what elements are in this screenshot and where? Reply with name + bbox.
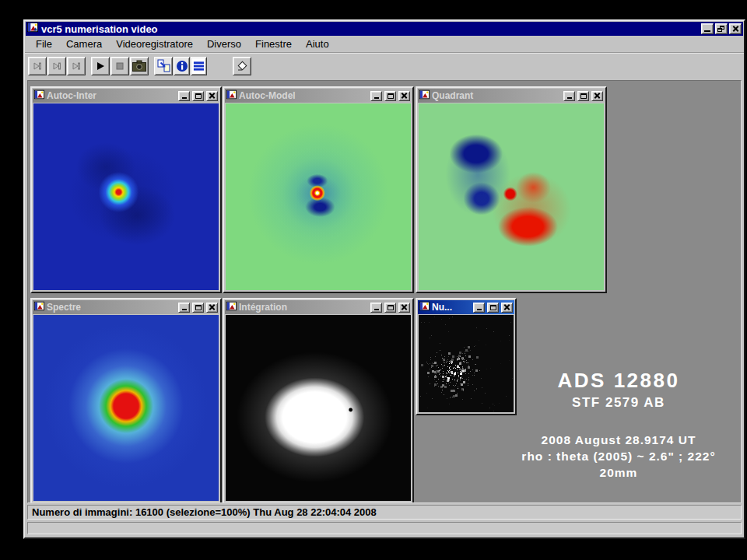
app-window: vcr5 numerisation video File Camera Vide…	[23, 19, 745, 539]
minimize-button[interactable]	[178, 303, 190, 313]
progress-bar	[27, 522, 742, 534]
target-designation: STF 2579 AB	[493, 395, 742, 411]
focal-length: 20mm	[493, 464, 742, 481]
autoc-model-image	[226, 103, 411, 290]
image-icon	[226, 300, 237, 314]
copy-frames-button[interactable]	[154, 57, 173, 75]
minimize-button[interactable]	[370, 91, 382, 101]
autoc-inter-titlebar[interactable]: Autoc-Inter	[33, 89, 219, 103]
maximize-button[interactable]	[384, 91, 396, 101]
image-icon	[226, 89, 237, 103]
close-button[interactable]	[398, 303, 410, 313]
integration-image	[226, 315, 411, 501]
window-title: Quadrant	[432, 90, 561, 101]
camera-snapshot-button[interactable]	[130, 57, 149, 75]
eraser-button[interactable]	[233, 57, 251, 75]
close-button[interactable]	[729, 23, 742, 34]
maximize-button[interactable]	[192, 91, 204, 101]
window-spectre: Spectre	[30, 298, 222, 503]
step-frame-button-2[interactable]	[47, 57, 66, 75]
step-frame-button-1[interactable]	[28, 57, 47, 75]
image-icon	[419, 300, 430, 314]
image-icon	[34, 300, 44, 314]
window-title: Autoc-Inter	[47, 90, 176, 101]
window-autoc-model: Autoc-Model	[223, 86, 414, 293]
maximize-button[interactable]	[384, 303, 396, 313]
annotation-block: ADS 12880 STF 2579 AB 2008 August 28.917…	[493, 369, 742, 481]
restore-button[interactable]	[715, 23, 728, 34]
app-titlebar[interactable]: vcr5 numerisation video	[26, 22, 743, 36]
maximize-button[interactable]	[487, 303, 499, 313]
window-quadrant: Quadrant	[416, 86, 607, 293]
observation-date: 2008 August 28.9174 UT	[493, 432, 742, 448]
menu-diverso[interactable]: Diverso	[200, 37, 248, 51]
minimize-button[interactable]	[563, 91, 575, 101]
window-autoc-inter: Autoc-Inter	[30, 86, 222, 293]
window-integration: Intégration	[223, 298, 414, 503]
menu-videoregistratore[interactable]: Videoregistratore	[109, 37, 200, 51]
list-button[interactable]	[191, 57, 207, 75]
minimize-button[interactable]	[178, 91, 190, 101]
app-title: vcr5 numerisation video	[41, 23, 698, 35]
status-bar: Numero di immagini: 16100 (selezione=100…	[27, 505, 742, 520]
play-button[interactable]	[91, 57, 110, 75]
speckle-dots	[419, 315, 419, 316]
menu-file[interactable]: File	[29, 37, 59, 51]
close-button[interactable]	[501, 303, 513, 313]
integration-titlebar[interactable]: Intégration	[225, 300, 412, 314]
mdi-client-area: Autoc-Inter Autoc-Model	[27, 80, 742, 503]
maximize-button[interactable]	[192, 303, 204, 313]
minimize-button[interactable]	[701, 23, 714, 34]
autoc-inter-image	[33, 103, 219, 290]
close-button[interactable]	[206, 91, 218, 101]
maximize-button[interactable]	[577, 91, 589, 101]
window-title: Intégration	[239, 302, 368, 313]
target-name: ADS 12880	[493, 369, 742, 393]
quadrant-titlebar[interactable]: Quadrant	[418, 89, 605, 103]
stop-button[interactable]	[110, 57, 129, 75]
menu-finestre[interactable]: Finestre	[248, 37, 299, 51]
window-title: Spectre	[47, 302, 176, 313]
image-icon	[419, 89, 430, 103]
autoc-model-titlebar[interactable]: Autoc-Model	[225, 89, 412, 103]
close-button[interactable]	[206, 303, 218, 313]
numerisation-titlebar[interactable]: Nu...	[418, 300, 514, 314]
app-icon	[27, 22, 38, 36]
close-button[interactable]	[398, 91, 410, 101]
measure-estimate: rho : theta (2005) ~ 2.6" ; 222°	[493, 448, 742, 464]
spectre-titlebar[interactable]: Spectre	[33, 300, 219, 314]
step-frame-button-3[interactable]	[67, 57, 86, 75]
minimize-button[interactable]	[370, 303, 382, 313]
toolbar	[25, 52, 744, 79]
close-button[interactable]	[591, 91, 603, 101]
minimize-button[interactable]	[473, 303, 485, 313]
menu-aiuto[interactable]: Aiuto	[299, 37, 336, 51]
quadrant-image	[419, 103, 604, 290]
menu-bar: File Camera Videoregistratore Diverso Fi…	[25, 36, 744, 52]
menu-camera[interactable]: Camera	[59, 37, 109, 51]
window-title: Autoc-Model	[239, 90, 368, 101]
image-icon	[34, 89, 44, 103]
spectre-image	[33, 315, 219, 501]
desktop: vcr5 numerisation video File Camera Vide…	[0, 0, 747, 560]
window-title: Nu...	[432, 302, 471, 313]
info-button[interactable]	[174, 57, 190, 75]
